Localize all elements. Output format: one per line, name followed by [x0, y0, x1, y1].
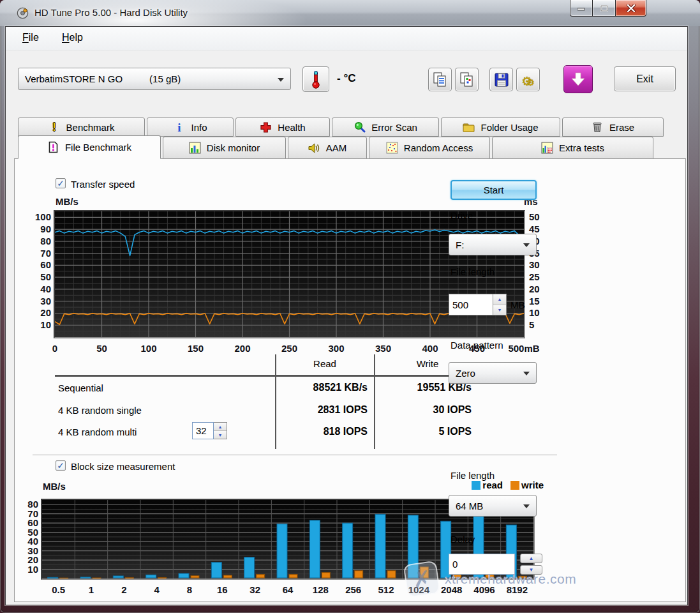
exit-button[interactable]: Exit: [614, 66, 676, 91]
chevron-down-icon: [278, 78, 284, 82]
file-benchmark-icon: [47, 141, 59, 153]
tab-aam[interactable]: AAM: [288, 137, 367, 159]
tick-label: 500mB: [502, 344, 546, 353]
table-divider: [275, 354, 276, 449]
save-button[interactable]: [489, 68, 513, 91]
tab-row-1: ! Benchmark i Info Health: [18, 117, 664, 137]
data-pattern-dropdown[interactable]: Zero: [449, 362, 537, 384]
tab-label: AAM: [326, 142, 347, 153]
tab-label: Benchmark: [66, 122, 115, 133]
menu-help[interactable]: Help: [62, 32, 83, 43]
menu-file[interactable]: File: [22, 32, 39, 43]
exit-label: Exit: [636, 73, 653, 85]
delay-value[interactable]: 0: [449, 554, 515, 575]
file-length2-dropdown[interactable]: 64 MB: [449, 495, 537, 517]
maximize-button[interactable]: [593, 0, 616, 17]
queue-depth-spinner[interactable]: 32 ▲ ▼: [192, 422, 227, 439]
delay-field[interactable]: 0: [449, 554, 515, 575]
file-length-label: File length: [451, 266, 495, 277]
folder-icon: [463, 121, 475, 133]
file-length-spinner[interactable]: 500 ▲ ▼ MB: [449, 294, 525, 315]
row-label-sequential: Sequential: [58, 382, 103, 393]
drive-select-dropdown[interactable]: VerbatimSTORE N GO (15 gB): [18, 68, 291, 90]
tab-disk-monitor[interactable]: Disk monitor: [163, 137, 286, 159]
random-single-read-value: 2831 IOPS: [285, 404, 368, 416]
bar-chart-icon: [189, 142, 201, 154]
copy-text-icon: [432, 72, 449, 88]
temperature-value: - °C: [337, 72, 355, 85]
spin-up-button[interactable]: ▲: [520, 554, 542, 563]
tick-label: 25: [529, 272, 553, 282]
section-divider: [33, 455, 557, 456]
temperature-button[interactable]: [302, 66, 329, 92]
tick-label: 80: [14, 499, 38, 509]
table-divider: [374, 354, 375, 449]
tick-label: 50: [27, 272, 51, 282]
delay-label: Delay: [451, 534, 475, 545]
tab-label: Health: [278, 122, 305, 133]
tick-label: 250: [267, 344, 312, 353]
chevron-down-icon: [523, 372, 530, 375]
file-length-value[interactable]: 500: [449, 294, 493, 315]
read-swatch: [472, 481, 480, 490]
tick-label: 8192: [495, 585, 539, 594]
file-length2-label: File length: [451, 470, 495, 481]
start-button[interactable]: Start: [451, 180, 537, 200]
tab-row-2: File Benchmark Disk monitor: [18, 137, 653, 159]
table-header-rule: [55, 375, 481, 377]
tick-label: 60: [14, 518, 38, 527]
tab-label: Folder Usage: [480, 122, 538, 133]
copy-text-button[interactable]: [428, 68, 452, 91]
spin-up-button[interactable]: ▲: [493, 294, 506, 305]
random-multi-write-value: 5 IOPS: [389, 426, 472, 437]
speaker-icon: [308, 142, 320, 154]
tick-label: 20: [27, 308, 51, 317]
block-size-label: Block size measurement: [71, 461, 175, 472]
tick-label: 150: [174, 344, 218, 353]
tab-error-scan[interactable]: Error Scan: [332, 117, 439, 137]
spin-down-button[interactable]: ▼: [493, 305, 506, 315]
drive-label: Drive: [451, 210, 473, 221]
random-multi-read-value: 818 IOPS: [285, 426, 368, 437]
transfer-speed-checkbox[interactable]: ✓: [56, 178, 66, 188]
tab-folder-usage[interactable]: Folder Usage: [441, 117, 560, 137]
tab-health[interactable]: Health: [235, 117, 330, 137]
trash-icon: [592, 121, 604, 133]
spin-down-button[interactable]: ▼: [520, 565, 542, 575]
start-label: Start: [484, 185, 504, 195]
tab-info[interactable]: i Info: [147, 117, 234, 137]
minimize-button[interactable]: [570, 0, 593, 17]
tab-random-access[interactable]: Random Access: [369, 137, 490, 159]
copy-image-button[interactable]: [455, 68, 479, 91]
tab-benchmark[interactable]: ! Benchmark: [18, 117, 145, 137]
legend-write: write: [510, 480, 544, 490]
drive-dropdown[interactable]: F:: [449, 234, 537, 255]
window-title: HD Tune Pro 5.00 - Hard Disk Utility: [34, 7, 188, 18]
health-cross-icon: [260, 121, 272, 133]
write-swatch: [510, 481, 519, 490]
window-frame: HD Tune Pro 5.00 - Hard Disk Utility Fil…: [0, 0, 700, 613]
spin-down-button[interactable]: ▼: [214, 430, 227, 439]
legend-read: read: [472, 480, 503, 490]
tick-label: 90: [27, 224, 51, 234]
tab-erase[interactable]: Erase: [562, 117, 664, 137]
file-length2-value: 64 MB: [456, 501, 483, 511]
tab-extra-tests[interactable]: Extra tests: [492, 137, 653, 159]
capture-button[interactable]: [563, 65, 593, 93]
tab-label: File Benchmark: [65, 142, 131, 153]
menu-bar: File Help: [6, 27, 687, 51]
spin-up-button[interactable]: ▲: [214, 423, 227, 430]
block-size-checkbox[interactable]: ✓: [56, 460, 66, 471]
tab-file-benchmark[interactable]: File Benchmark: [18, 135, 161, 159]
close-button[interactable]: [616, 0, 646, 17]
queue-depth-value[interactable]: 32: [192, 422, 214, 439]
tick-label: 30: [27, 296, 51, 306]
options-button[interactable]: ⚙⚙: [516, 68, 540, 91]
data-pattern-label: Data pattern: [451, 340, 503, 351]
tick-label: 300: [314, 344, 359, 353]
legend-write-label: write: [521, 480, 544, 490]
tab-label: Disk monitor: [207, 142, 260, 153]
tick-label: 10: [14, 564, 38, 574]
tick-label: 0: [33, 344, 77, 353]
chevron-down-icon: [523, 504, 530, 508]
